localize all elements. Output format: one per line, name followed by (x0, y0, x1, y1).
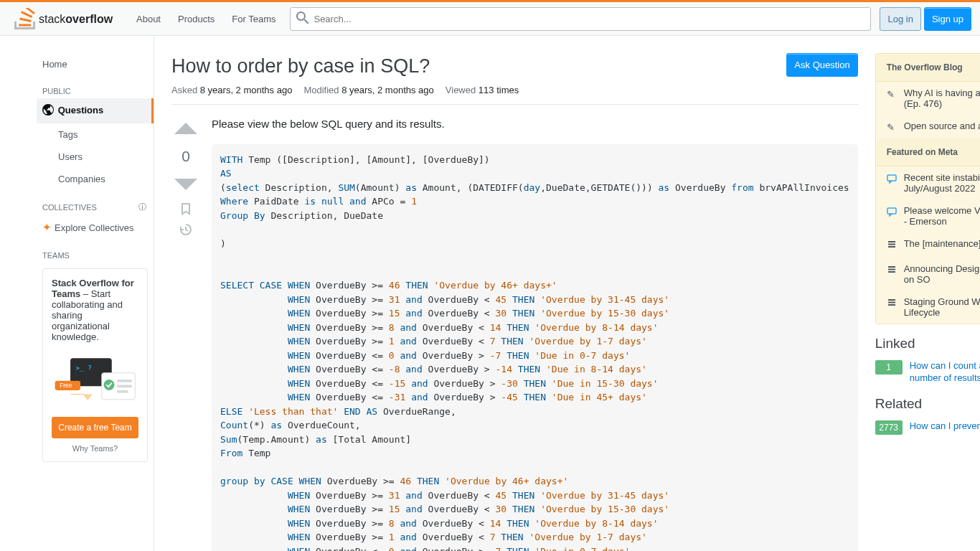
svg-rect-16 (888, 269, 895, 270)
nav-tags[interactable]: Tags (37, 123, 154, 146)
svg-rect-13 (888, 244, 895, 245)
svg-text:Free: Free (60, 382, 72, 389)
meta-item[interactable]: Announcing Design Accessibility Updates … (876, 258, 980, 291)
meta-item[interactable]: The [maintenance] tag is being burninate… (876, 232, 980, 258)
stack-icon (887, 240, 898, 252)
svg-rect-15 (888, 271, 895, 273)
svg-point-6 (104, 380, 115, 390)
linked-link[interactable]: How can I count an SQL field for the num… (910, 360, 980, 385)
vote-count: 0 (182, 148, 190, 165)
speech-icon (887, 207, 898, 227)
nav-about[interactable]: About (128, 9, 169, 29)
speech-icon (887, 174, 898, 194)
left-sidebar: Home PUBLIC Questions Tags Users Compani… (37, 36, 154, 551)
nav-home[interactable]: Home (37, 53, 154, 75)
svg-rect-8 (117, 385, 131, 387)
stack-icon (887, 298, 898, 318)
related-heading: Related (875, 396, 980, 412)
search-container (290, 7, 871, 31)
blog-item[interactable]: ✎Open source and accidental innovation (876, 115, 980, 138)
post-body: Please view the below SQL query and its … (212, 116, 858, 551)
teams-illustration: >_ ? Free (52, 351, 138, 408)
main-content: How to order by case in SQL? Ask Questio… (171, 53, 858, 551)
svg-rect-7 (117, 380, 131, 382)
svg-rect-19 (888, 302, 895, 303)
related-link[interactable]: How can I prevent SQL injection in PHP? (910, 420, 980, 433)
nav-public-heading: PUBLIC (37, 75, 154, 98)
nav-collectives-heading: COLLECTIVES ⓘ (37, 190, 154, 215)
why-teams-link[interactable]: Why Teams? (52, 444, 138, 453)
svg-rect-20 (888, 299, 895, 301)
nav-for-teams[interactable]: For Teams (223, 9, 284, 29)
meta-item[interactable]: Staging Ground Workflow: Question Lifecy… (876, 291, 980, 324)
pencil-icon: ✎ (887, 122, 898, 133)
info-icon[interactable]: ⓘ (138, 202, 146, 212)
question-meta: Asked 8 years, 2 months ago Modified 8 y… (171, 79, 858, 105)
question-title: How to order by case in SQL? (171, 53, 430, 79)
ask-question-button[interactable]: Ask Question (786, 53, 857, 77)
code-block: WITH Temp ([Description], [Amount], [Ove… (212, 144, 858, 551)
globe-icon (42, 104, 55, 118)
score-badge: 1 (875, 360, 903, 375)
svg-rect-11 (887, 208, 896, 214)
signup-button[interactable]: Sign up (924, 7, 971, 31)
stack-icon (887, 265, 898, 285)
vote-column: 0 (171, 116, 200, 551)
meta-item[interactable]: Please welcome Valued Associate #1301 - … (876, 199, 980, 232)
nav-companies[interactable]: Companies (37, 168, 154, 190)
nav-products[interactable]: Products (169, 9, 223, 29)
overflow-blog-box: The Overflow Blog ✎Why AI is having an o… (875, 53, 980, 324)
meta-item[interactable]: Recent site instability, major outages –… (876, 166, 980, 199)
top-header: stackoverflow About Products For Teams L… (0, 2, 980, 36)
svg-rect-17 (888, 266, 895, 268)
bookmark-button[interactable] (179, 202, 192, 217)
login-button[interactable]: Log in (880, 7, 920, 31)
pencil-icon: ✎ (887, 89, 898, 109)
related-item[interactable]: 2773 How can I prevent SQL injection in … (875, 420, 980, 435)
right-sidebar: The Overflow Blog ✎Why AI is having an o… (875, 53, 980, 551)
svg-text:>_ ?: >_ ? (76, 364, 92, 372)
linked-heading: Linked (875, 336, 980, 352)
blog-item[interactable]: ✎Why AI is having an on-prem moment (Ep.… (876, 82, 980, 115)
svg-rect-9 (117, 390, 128, 393)
featured-meta-header: Featured on Meta (876, 138, 980, 166)
nav-teams-heading: TEAMS (37, 240, 154, 263)
svg-rect-10 (887, 175, 896, 181)
overflow-blog-header: The Overflow Blog (876, 54, 980, 82)
nav-explore-collectives[interactable]: ✦Explore Collectives (37, 215, 154, 240)
svg-rect-12 (888, 246, 895, 248)
create-team-button[interactable]: Create a free Team (52, 417, 138, 438)
nav-questions[interactable]: Questions (37, 98, 154, 123)
history-button[interactable] (179, 223, 192, 238)
post-intro: Please view the below SQL query and its … (212, 116, 858, 133)
search-icon (296, 11, 309, 27)
svg-rect-18 (888, 304, 895, 306)
teams-promo-box: Stack Overflow for Teams – Start collabo… (42, 268, 148, 462)
linked-item[interactable]: 1 How can I count an SQL field for the n… (875, 360, 980, 385)
svg-text:stackoverflow: stackoverflow (39, 13, 113, 25)
search-input[interactable] (309, 14, 864, 24)
nav-questions-label: Questions (58, 105, 104, 116)
svg-rect-14 (888, 241, 895, 242)
downvote-button[interactable] (173, 171, 199, 197)
score-badge: 2773 (875, 420, 903, 435)
logo[interactable]: stackoverflow (9, 2, 128, 35)
upvote-button[interactable] (173, 116, 199, 142)
nav-users[interactable]: Users (37, 146, 154, 168)
star-icon: ✦ (42, 221, 52, 233)
